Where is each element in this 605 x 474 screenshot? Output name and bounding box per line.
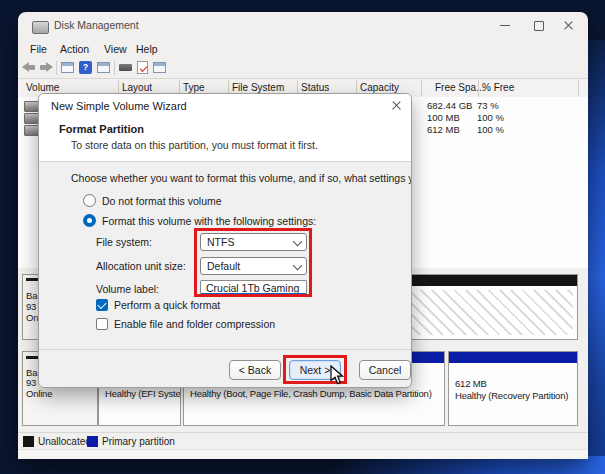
- compression-checkbox[interactable]: [96, 318, 108, 330]
- help-icon[interactable]: ?: [79, 61, 92, 74]
- partition-status: Healthy (Boot, Page File, Crash Dump, Ba…: [190, 388, 432, 399]
- partition-status: Healthy (EFI Systen: [105, 388, 181, 399]
- toolbar-separator-2: [114, 61, 115, 75]
- radio-format-with-settings-label[interactable]: Format this volume with the following se…: [102, 215, 316, 227]
- mouse-cursor: [330, 365, 345, 386]
- radio-format-with-settings[interactable]: [83, 214, 96, 227]
- volume-label-label: Volume label:: [96, 283, 159, 295]
- volume-percent-free: 73 %: [477, 100, 499, 111]
- disk0-line: Ba: [26, 290, 37, 301]
- quick-format-checkbox[interactable]: [96, 299, 108, 311]
- partition-size: 612 MB: [455, 378, 487, 389]
- wallpaper-right: [585, 40, 605, 474]
- allocation-value: Default: [207, 260, 240, 272]
- radio-do-not-format-label[interactable]: Do not format this volume: [102, 195, 222, 207]
- disk1-line: Online: [26, 388, 52, 399]
- disk-list-icon[interactable]: [97, 62, 110, 73]
- disk1-line: 93: [26, 377, 36, 388]
- col-capacity[interactable]: Capacity: [360, 82, 399, 93]
- unallocated-swatch: [23, 436, 34, 447]
- action-icon[interactable]: [119, 64, 132, 71]
- wizard-heading: Format Partition: [59, 123, 144, 135]
- legend-unallocated-label: Unallocated: [38, 436, 91, 447]
- minimize-button[interactable]: [494, 16, 516, 34]
- wizard-title: New Simple Volume Wizard: [51, 100, 187, 112]
- wizard-header: New Simple Volume Wizard Format Partitio…: [39, 94, 411, 162]
- volume-icon: [24, 125, 39, 136]
- file-system-label: File system:: [96, 236, 152, 248]
- volume-free-space: 612 MB: [427, 124, 460, 135]
- volume-label-input[interactable]: Crucial 1Tb Gaming: [200, 280, 307, 295]
- menu-file[interactable]: File: [30, 43, 47, 55]
- status-strip: [18, 449, 588, 459]
- maximize-button[interactable]: [528, 16, 550, 34]
- allocation-label: Allocation unit size:: [96, 260, 186, 272]
- col-layout[interactable]: Layout: [122, 82, 152, 93]
- window-title: Disk Management: [54, 19, 139, 31]
- volume-free-space: 100 MB: [427, 112, 460, 123]
- chevron-down-icon: [293, 261, 303, 271]
- disk0-line: 93: [26, 301, 36, 312]
- compression-label[interactable]: Enable file and folder compression: [114, 318, 275, 330]
- toolbar-separator: [56, 61, 57, 75]
- volume-percent-free: 100 %: [477, 124, 504, 135]
- col-file-system[interactable]: File System: [232, 82, 284, 93]
- col-status[interactable]: Status: [301, 82, 329, 93]
- wizard-footer-divider: [39, 349, 411, 350]
- back-icon[interactable]: [22, 62, 36, 73]
- wizard-subheading: To store data on this partition, you mus…: [71, 139, 318, 151]
- disk0-line: On: [26, 312, 38, 323]
- new-simple-volume-wizard-dialog: New Simple Volume Wizard Format Partitio…: [38, 93, 412, 388]
- menu-view[interactable]: View: [104, 43, 127, 55]
- toolbar: ?: [18, 58, 588, 79]
- col-volume[interactable]: Volume: [26, 82, 59, 93]
- back-button[interactable]: < Back: [229, 360, 281, 380]
- col-percent-free[interactable]: % Free: [482, 82, 514, 93]
- checkmark-icon: [97, 300, 106, 309]
- primary-partition-swatch: [87, 436, 98, 447]
- legend-bar: Unallocated Primary partition: [18, 432, 588, 450]
- close-button[interactable]: [558, 16, 580, 34]
- disk1-name-clip: [26, 356, 38, 359]
- legend-primary-label: Primary partition: [102, 436, 175, 447]
- wizard-close-icon[interactable]: [387, 97, 405, 115]
- wizard-intro: Choose whether you want to format this v…: [71, 172, 412, 184]
- radio-do-not-format[interactable]: [83, 194, 96, 207]
- file-system-select[interactable]: NTFS: [200, 233, 307, 251]
- check-task-icon[interactable]: [137, 61, 148, 74]
- quick-format-label[interactable]: Perform a quick format: [114, 299, 220, 311]
- volume-free-space: 682.44 GB: [427, 100, 472, 111]
- col-type[interactable]: Type: [183, 82, 205, 93]
- properties-icon[interactable]: [153, 62, 166, 73]
- partition-header: [449, 352, 577, 363]
- partition-status: Healthy (Recovery Partition): [455, 390, 568, 401]
- console-tree-icon[interactable]: [61, 62, 74, 73]
- forward-icon[interactable]: [39, 62, 53, 73]
- allocation-select[interactable]: Default: [200, 257, 307, 275]
- chevron-down-icon: [293, 237, 303, 247]
- file-system-value: NTFS: [207, 236, 234, 248]
- disk0-name-clip: [26, 278, 38, 281]
- volume-percent-free: 100 %: [477, 112, 504, 123]
- cancel-button[interactable]: Cancel: [359, 360, 411, 380]
- app-icon: [32, 21, 49, 34]
- menu-help[interactable]: Help: [136, 43, 158, 55]
- disk1-partition-recovery[interactable]: 612 MB Healthy (Recovery Partition): [448, 351, 578, 426]
- menu-action[interactable]: Action: [60, 43, 89, 55]
